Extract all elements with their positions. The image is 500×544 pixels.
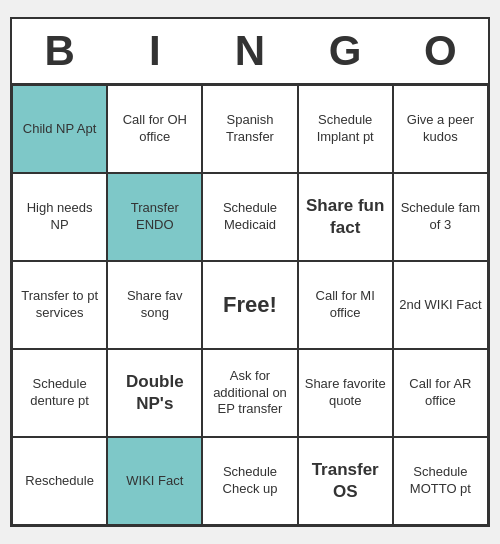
letter-b: B: [16, 27, 104, 75]
cell-16[interactable]: Double NP's: [107, 349, 202, 437]
cell-19[interactable]: Call for AR office: [393, 349, 488, 437]
cell-1[interactable]: Call for OH office: [107, 85, 202, 173]
letter-o: O: [396, 27, 484, 75]
cell-2[interactable]: Spanish Transfer: [202, 85, 297, 173]
cell-15[interactable]: Schedule denture pt: [12, 349, 107, 437]
cell-22[interactable]: Schedule Check up: [202, 437, 297, 525]
bingo-card: B I N G O Child NP Apt Call for OH offic…: [10, 17, 490, 527]
cell-7[interactable]: Schedule Medicaid: [202, 173, 297, 261]
letter-n: N: [206, 27, 294, 75]
cell-23[interactable]: Transfer OS: [298, 437, 393, 525]
cell-13[interactable]: Call for MI office: [298, 261, 393, 349]
cell-17[interactable]: Ask for additional on EP transfer: [202, 349, 297, 437]
cell-3[interactable]: Schedule Implant pt: [298, 85, 393, 173]
cell-5[interactable]: High needs NP: [12, 173, 107, 261]
cell-4[interactable]: Give a peer kudos: [393, 85, 488, 173]
letter-g: G: [301, 27, 389, 75]
cell-11[interactable]: Share fav song: [107, 261, 202, 349]
cell-6[interactable]: Transfer ENDO: [107, 173, 202, 261]
cell-18[interactable]: Share favorite quote: [298, 349, 393, 437]
letter-i: I: [111, 27, 199, 75]
cell-0[interactable]: Child NP Apt: [12, 85, 107, 173]
cell-21[interactable]: WIKI Fact: [107, 437, 202, 525]
cell-14[interactable]: 2nd WIKI Fact: [393, 261, 488, 349]
cell-10[interactable]: Transfer to pt services: [12, 261, 107, 349]
cell-20[interactable]: Reschedule: [12, 437, 107, 525]
cell-24[interactable]: Schedule MOTTO pt: [393, 437, 488, 525]
bingo-header: B I N G O: [12, 19, 488, 83]
cell-8[interactable]: Share fun fact: [298, 173, 393, 261]
cell-free[interactable]: Free!: [202, 261, 297, 349]
cell-9[interactable]: Schedule fam of 3: [393, 173, 488, 261]
bingo-grid: Child NP Apt Call for OH office Spanish …: [12, 83, 488, 525]
